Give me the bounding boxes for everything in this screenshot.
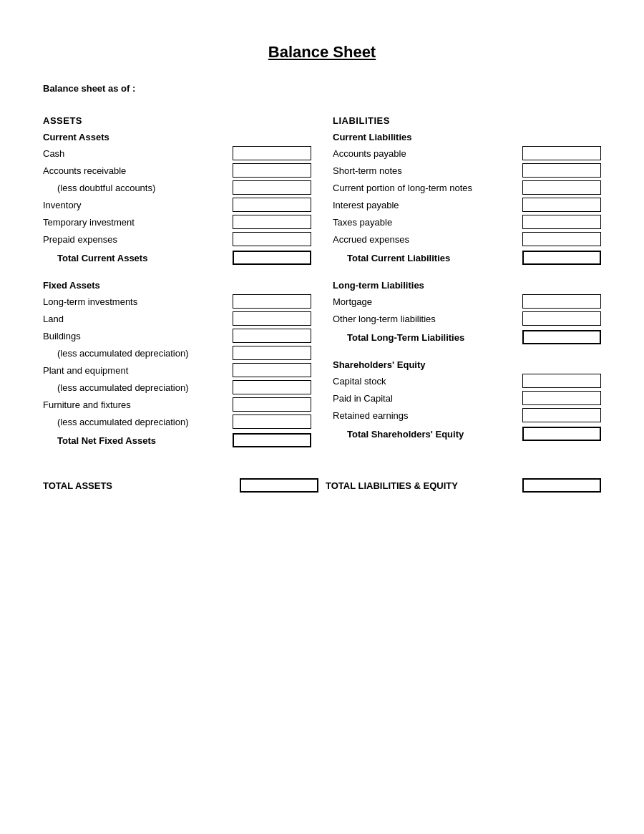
inventory-label: Inventory (43, 200, 233, 210)
capital-stock-input[interactable] (522, 374, 601, 388)
current-longterm-notes-input[interactable] (522, 180, 601, 195)
total-net-fixed-assets-label: Total Net Fixed Assets (43, 435, 233, 446)
accounts-receivable-label: Accounts receivable (43, 165, 233, 176)
total-net-fixed-assets-input[interactable] (233, 433, 311, 447)
short-term-notes-label: Short-term notes (333, 165, 522, 176)
cash-label: Cash (43, 148, 233, 159)
grand-total-liabilities-label: TOTAL LIABILITIES & EQUITY (326, 480, 522, 491)
grand-total-liabilities-col: TOTAL LIABILITIES & EQUITY (318, 475, 601, 495)
buildings-depreciation-label: (less accumulated depreciation) (43, 348, 233, 359)
accounts-payable-input[interactable] (522, 146, 601, 160)
list-item: (less accumulated depreciation) (43, 345, 311, 361)
accrued-expenses-label: Accrued expenses (333, 234, 522, 245)
list-item: (less doubtful accounts) (43, 180, 311, 195)
taxes-payable-input[interactable] (522, 215, 601, 229)
other-longterm-label: Other long-term liabilities (333, 314, 522, 324)
total-equity-label: Total Shareholders' Equity (333, 429, 522, 440)
list-item: Taxes payable (333, 214, 601, 230)
temp-investment-label: Temporary investment (43, 217, 233, 228)
list-item: Furniture and fixtures (43, 397, 311, 412)
plant-depreciation-input[interactable] (233, 380, 311, 394)
list-item: Land (43, 311, 311, 326)
grand-total-liabilities-input[interactable] (522, 478, 601, 493)
grand-totals-section: TOTAL ASSETS TOTAL LIABILITIES & EQUITY (43, 475, 601, 495)
longterm-liabilities-header: Long-term Liabilities (333, 280, 601, 291)
less-doubtful-label: (less doubtful accounts) (43, 183, 233, 193)
total-longterm-liabilities-input[interactable] (522, 330, 601, 344)
accrued-expenses-input[interactable] (522, 232, 601, 246)
mortgage-input[interactable] (522, 294, 601, 309)
total-current-assets-row: Total Current Assets (43, 250, 311, 266)
total-longterm-liabilities-row: Total Long-Term Liabilities (333, 329, 601, 345)
plant-depreciation-label: (less accumulated depreciation) (43, 382, 233, 393)
grand-total-liabilities-row: TOTAL LIABILITIES & EQUITY (326, 475, 601, 495)
assets-column: ASSETS Current Assets Cash Accounts rece… (43, 115, 326, 454)
prepaid-expenses-label: Prepaid expenses (43, 234, 233, 245)
accounts-receivable-input[interactable] (233, 163, 311, 178)
long-term-investments-label: Long-term investments (43, 296, 233, 307)
as-of-label: Balance sheet as of : (43, 83, 601, 94)
buildings-depreciation-input[interactable] (233, 346, 311, 360)
taxes-payable-label: Taxes payable (333, 217, 522, 228)
list-item: Short-term notes (333, 163, 601, 178)
equity-section: Shareholders' Equity Capital stock Paid … (333, 359, 601, 442)
list-item: Paid in Capital (333, 390, 601, 406)
current-longterm-notes-label: Current portion of long-term notes (333, 183, 522, 193)
interest-payable-label: Interest payable (333, 200, 522, 210)
cash-input[interactable] (233, 146, 311, 160)
total-equity-row: Total Shareholders' Equity (333, 426, 601, 442)
prepaid-expenses-input[interactable] (233, 232, 311, 246)
accounts-payable-label: Accounts payable (333, 148, 522, 159)
capital-stock-label: Capital stock (333, 376, 522, 387)
list-item: Other long-term liabilities (333, 311, 601, 326)
temp-investment-input[interactable] (233, 215, 311, 229)
other-longterm-input[interactable] (522, 311, 601, 326)
plant-equipment-input[interactable] (233, 363, 311, 377)
furniture-depreciation-label: (less accumulated depreciation) (43, 417, 233, 427)
list-item: (less accumulated depreciation) (43, 379, 311, 395)
list-item: Buildings (43, 328, 311, 344)
inventory-input[interactable] (233, 198, 311, 212)
list-item: Accounts payable (333, 145, 601, 161)
buildings-input[interactable] (233, 329, 311, 343)
total-current-liabilities-input[interactable] (522, 251, 601, 265)
furniture-depreciation-input[interactable] (233, 414, 311, 429)
liabilities-column: LIABILITIES Current Liabilities Accounts… (326, 115, 601, 454)
assets-header: ASSETS (43, 115, 311, 126)
list-item: Accounts receivable (43, 163, 311, 178)
short-term-notes-input[interactable] (522, 163, 601, 178)
land-label: Land (43, 314, 233, 324)
fixed-assets-header: Fixed Assets (43, 280, 311, 291)
list-item: Accrued expenses (333, 231, 601, 247)
grand-total-assets-col: TOTAL ASSETS (43, 475, 318, 495)
fixed-assets-section: Fixed Assets Long-term investments Land … (43, 280, 311, 448)
grand-total-assets-input[interactable] (240, 478, 318, 493)
less-doubtful-input[interactable] (233, 180, 311, 195)
interest-payable-input[interactable] (522, 198, 601, 212)
list-item: Capital stock (333, 373, 601, 389)
page-title: Balance Sheet (43, 43, 601, 62)
list-item: Mortgage (333, 294, 601, 309)
buildings-label: Buildings (43, 331, 233, 341)
liabilities-header: LIABILITIES (333, 115, 601, 126)
list-item: Long-term investments (43, 294, 311, 309)
grand-total-assets-row: TOTAL ASSETS (43, 475, 318, 495)
retained-earnings-input[interactable] (522, 408, 601, 422)
land-input[interactable] (233, 311, 311, 326)
total-current-liabilities-label: Total Current Liabilities (333, 253, 522, 263)
list-item: (less accumulated depreciation) (43, 414, 311, 430)
longterm-liabilities-section: Long-term Liabilities Mortgage Other lon… (333, 280, 601, 345)
list-item: Prepaid expenses (43, 231, 311, 247)
equity-header: Shareholders' Equity (333, 359, 601, 370)
page: Balance Sheet Balance sheet as of : ASSE… (0, 0, 644, 538)
paid-in-capital-input[interactable] (522, 391, 601, 405)
long-term-investments-input[interactable] (233, 294, 311, 309)
total-longterm-liabilities-label: Total Long-Term Liabilities (333, 332, 522, 343)
list-item: Current portion of long-term notes (333, 180, 601, 195)
grand-total-assets-label: TOTAL ASSETS (43, 480, 240, 491)
list-item: Cash (43, 145, 311, 161)
main-columns: ASSETS Current Assets Cash Accounts rece… (43, 115, 601, 454)
furniture-fixtures-input[interactable] (233, 397, 311, 412)
total-equity-input[interactable] (522, 427, 601, 441)
total-current-assets-input[interactable] (233, 251, 311, 265)
